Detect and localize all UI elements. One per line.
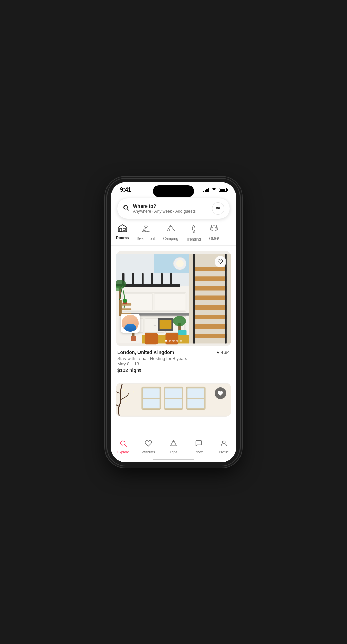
tab-wishlists[interactable]: Wishlists bbox=[136, 440, 161, 454]
svg-rect-7 bbox=[120, 228, 122, 232]
phone-frame: 9:41 bbox=[107, 179, 240, 466]
search-bar[interactable]: Where to? Anywhere · Any week · Add gues… bbox=[117, 198, 230, 219]
svg-point-81 bbox=[128, 394, 130, 396]
svg-rect-75 bbox=[143, 399, 160, 408]
svg-point-5 bbox=[218, 208, 219, 209]
category-rooms[interactable]: Rooms bbox=[116, 224, 129, 245]
listing-location-1: London, United Kingdom bbox=[117, 350, 174, 355]
listing-dates-1: May 8 – 13 bbox=[117, 361, 230, 366]
heart-button-2[interactable] bbox=[215, 387, 226, 399]
rating-value: 4.94 bbox=[221, 350, 230, 355]
content-area[interactable]: Where to? Anywhere · Any week · Add gues… bbox=[111, 195, 236, 436]
svg-rect-66 bbox=[122, 308, 131, 310]
search-text-area[interactable]: Where to? Anywhere · Any week · Add gues… bbox=[133, 203, 208, 214]
svg-rect-28 bbox=[195, 267, 227, 271]
svg-rect-35 bbox=[195, 334, 227, 338]
svg-rect-31 bbox=[195, 295, 227, 300]
explore-label: Explore bbox=[117, 450, 129, 454]
category-trending[interactable]: Trending bbox=[186, 224, 201, 245]
dynamic-island bbox=[153, 185, 194, 197]
svg-rect-33 bbox=[195, 314, 227, 319]
listing-card-2[interactable] bbox=[116, 383, 231, 417]
svg-point-69 bbox=[123, 299, 127, 302]
svg-rect-32 bbox=[195, 305, 227, 309]
svg-point-55 bbox=[173, 316, 186, 326]
category-beachfront[interactable]: Beachfront bbox=[137, 224, 155, 245]
camping-label: Camping bbox=[163, 236, 178, 241]
inbox-icon bbox=[195, 440, 202, 449]
svg-rect-64 bbox=[119, 300, 122, 316]
trips-icon bbox=[170, 440, 177, 449]
trending-icon bbox=[189, 224, 198, 235]
svg-rect-76 bbox=[165, 388, 182, 398]
svg-point-12 bbox=[215, 227, 217, 228]
svg-line-1 bbox=[127, 209, 128, 210]
svg-point-80 bbox=[123, 389, 125, 391]
listings-container: London, United Kingdom ★ 4.94 Stay with … bbox=[111, 246, 236, 417]
status-icons bbox=[203, 187, 227, 192]
svg-point-11 bbox=[211, 227, 213, 228]
explore-icon bbox=[119, 440, 127, 449]
listing-price-1: $102 night bbox=[117, 368, 230, 373]
trending-label: Trending bbox=[186, 237, 201, 241]
profile-icon bbox=[220, 440, 228, 449]
tab-bar: Explore Wishlists Trips bbox=[111, 436, 236, 462]
svg-point-83 bbox=[133, 391, 134, 392]
listing-info-1: London, United Kingdom ★ 4.94 Stay with … bbox=[116, 346, 231, 375]
svg-rect-43 bbox=[154, 325, 156, 325]
price-amount: $102 night bbox=[117, 368, 141, 373]
svg-rect-25 bbox=[170, 273, 172, 286]
tab-profile[interactable]: Profile bbox=[211, 440, 236, 454]
svg-point-86 bbox=[222, 441, 225, 443]
svg-rect-30 bbox=[195, 286, 227, 290]
svg-rect-36 bbox=[225, 254, 227, 343]
wishlists-label: Wishlists bbox=[142, 450, 155, 454]
svg-rect-34 bbox=[195, 324, 227, 329]
wifi-icon bbox=[211, 187, 217, 192]
svg-rect-79 bbox=[187, 399, 204, 408]
svg-rect-22 bbox=[142, 273, 144, 286]
camping-icon bbox=[166, 224, 175, 234]
svg-point-18 bbox=[176, 260, 184, 267]
phone-screen: 9:41 bbox=[111, 182, 236, 462]
svg-rect-74 bbox=[143, 388, 160, 398]
category-tabs: Rooms Beachfront bbox=[111, 221, 236, 246]
tab-explore[interactable]: Explore bbox=[111, 440, 136, 454]
trips-label: Trips bbox=[170, 450, 177, 454]
omg-icon bbox=[209, 224, 219, 234]
svg-rect-65 bbox=[122, 303, 131, 306]
wishlists-icon bbox=[145, 440, 152, 449]
rooms-label: Rooms bbox=[116, 236, 129, 240]
tab-trips[interactable]: Trips bbox=[161, 440, 186, 454]
svg-line-85 bbox=[125, 445, 126, 446]
signal-icon bbox=[203, 188, 209, 192]
svg-rect-78 bbox=[187, 388, 204, 398]
svg-point-9 bbox=[145, 225, 147, 228]
listing-image-2 bbox=[116, 383, 231, 417]
listing-rating-1: ★ 4.94 bbox=[216, 350, 230, 355]
beachfront-icon bbox=[141, 224, 151, 234]
svg-rect-47 bbox=[160, 319, 172, 328]
svg-rect-63 bbox=[166, 333, 179, 344]
listing-header-1: London, United Kingdom ★ 4.94 bbox=[117, 350, 230, 355]
svg-rect-21 bbox=[132, 273, 134, 286]
svg-point-82 bbox=[125, 400, 127, 402]
svg-rect-50 bbox=[154, 293, 185, 310]
status-time: 9:41 bbox=[120, 187, 131, 193]
svg-rect-29 bbox=[195, 276, 227, 281]
heart-button-1[interactable] bbox=[215, 256, 226, 267]
home-indicator bbox=[153, 459, 194, 460]
image-dots-1 bbox=[165, 340, 182, 342]
tab-inbox[interactable]: Inbox bbox=[186, 440, 211, 454]
svg-rect-77 bbox=[165, 399, 182, 408]
category-omg[interactable]: OMG! bbox=[209, 224, 219, 245]
search-subtitle: Anywhere · Any week · Add guests bbox=[133, 209, 208, 214]
filter-button[interactable] bbox=[212, 202, 224, 215]
star-icon: ★ bbox=[216, 350, 220, 355]
inbox-label: Inbox bbox=[195, 450, 203, 454]
omg-label: OMG! bbox=[209, 236, 219, 241]
status-bar: 9:41 bbox=[111, 182, 236, 195]
listing-card-1[interactable]: London, United Kingdom ★ 4.94 Stay with … bbox=[116, 251, 231, 375]
category-camping[interactable]: Camping bbox=[163, 224, 178, 245]
svg-rect-23 bbox=[151, 273, 153, 286]
